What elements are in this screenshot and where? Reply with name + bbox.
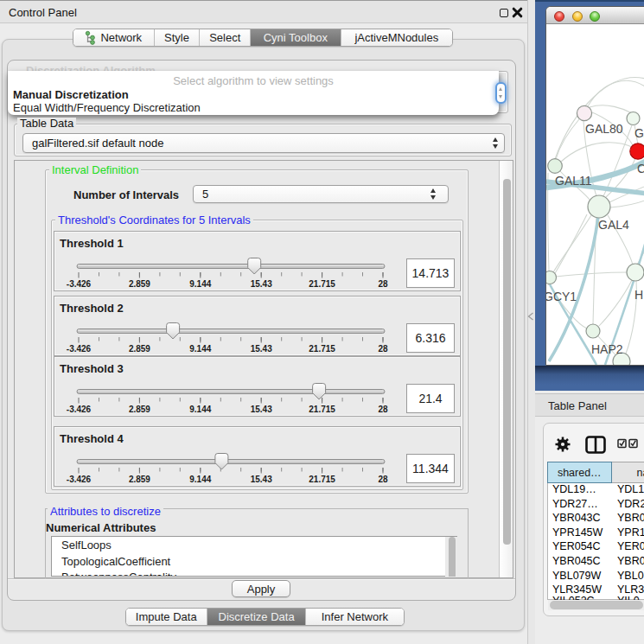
- svg-text:9.144: 9.144: [189, 279, 211, 289]
- svg-text:-3.426: -3.426: [67, 344, 92, 354]
- svg-text:21.715: 21.715: [309, 405, 335, 414]
- svg-text:GAL4: GAL4: [598, 218, 629, 232]
- svg-text:9.144: 9.144: [189, 405, 211, 414]
- svg-text:GAL11: GAL11: [555, 174, 592, 188]
- svg-text:HAP2: HAP2: [591, 342, 623, 356]
- svg-text:28: 28: [378, 475, 388, 484]
- svg-text:21.715: 21.715: [309, 279, 335, 289]
- svg-text:2.859: 2.859: [129, 475, 150, 484]
- svg-text:28: 28: [378, 344, 388, 354]
- svg-text:15.43: 15.43: [251, 279, 272, 289]
- svg-text:C: C: [637, 162, 644, 175]
- svg-text:GCY1: GCY1: [546, 290, 577, 303]
- svg-text:-3.426: -3.426: [67, 405, 92, 414]
- svg-text:2.859: 2.859: [129, 279, 150, 289]
- svg-text:21.715: 21.715: [309, 344, 335, 354]
- svg-text:2.859: 2.859: [129, 344, 150, 354]
- svg-text:-3.426: -3.426: [67, 279, 92, 289]
- svg-text:GAL80: GAL80: [585, 122, 623, 136]
- svg-text:21.715: 21.715: [309, 475, 335, 484]
- svg-text:15.43: 15.43: [251, 475, 272, 484]
- svg-text:9.144: 9.144: [189, 344, 211, 354]
- svg-text:9.144: 9.144: [189, 475, 211, 484]
- svg-text:H: H: [634, 288, 643, 302]
- svg-text:28: 28: [378, 279, 388, 289]
- svg-text:-3.426: -3.426: [67, 475, 92, 484]
- svg-text:15.43: 15.43: [251, 344, 272, 354]
- svg-text:2.859: 2.859: [129, 405, 150, 414]
- svg-text:15.43: 15.43: [251, 405, 272, 414]
- svg-text:28: 28: [378, 405, 388, 414]
- svg-text:GA: GA: [634, 126, 644, 140]
